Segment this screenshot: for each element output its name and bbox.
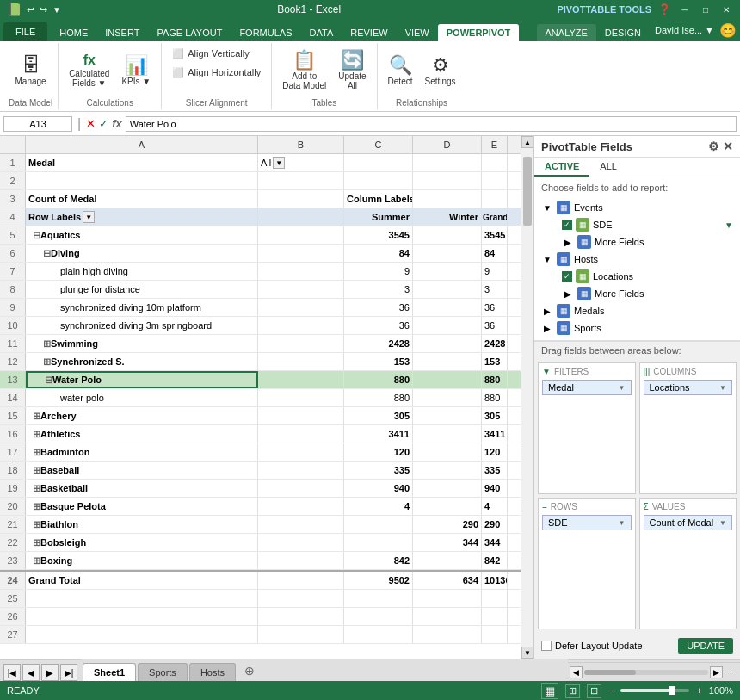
cell-14-d[interactable] bbox=[413, 389, 482, 406]
medals-expand-icon[interactable]: ▶ bbox=[541, 305, 553, 317]
field-item-more-hosts[interactable]: ▶ ▦ More Fields bbox=[541, 285, 733, 302]
tab-view[interactable]: VIEW bbox=[397, 24, 438, 41]
cell-12-d[interactable] bbox=[413, 353, 482, 370]
align-horizontally-button[interactable]: ⬜ Align Horizontally bbox=[167, 64, 266, 81]
table-row-grand-total[interactable]: 24 Grand Total 9502 634 10136 bbox=[0, 570, 521, 590]
cell-12-c[interactable]: 153 bbox=[344, 353, 413, 370]
table-row[interactable]: 20 ⊞ Basque Pelota 4 4 bbox=[0, 498, 521, 516]
tab-file[interactable]: FILE bbox=[3, 22, 47, 41]
cell-18-d[interactable] bbox=[413, 462, 482, 479]
table-row[interactable]: 4 Row Labels ▼ Summer Winter Grand Total bbox=[0, 208, 521, 226]
zoom-thumb[interactable] bbox=[669, 686, 675, 695]
table-row[interactable]: 27 bbox=[0, 626, 521, 644]
formula-input[interactable] bbox=[126, 116, 737, 132]
field-item-sde[interactable]: ✓ ▦ SDE ▼ bbox=[541, 216, 733, 233]
cell-14-b[interactable] bbox=[258, 389, 344, 406]
cell-6-d[interactable] bbox=[413, 245, 482, 262]
cell-20-b[interactable] bbox=[258, 498, 344, 515]
sheet-nav-next[interactable]: ▶ bbox=[41, 664, 59, 681]
cell-21-a[interactable]: ⊞ Biathlon bbox=[26, 516, 258, 533]
cell-7-a[interactable]: plain high diving bbox=[26, 263, 258, 280]
sde-checkbox[interactable]: ✓ bbox=[562, 220, 572, 230]
tab-home[interactable]: HOME bbox=[51, 24, 96, 41]
zoom-slider[interactable] bbox=[620, 689, 689, 692]
columns-chip-arrow[interactable]: ▼ bbox=[719, 384, 726, 392]
cell-25-d[interactable] bbox=[413, 590, 482, 607]
cell-1-a[interactable]: Medal bbox=[26, 154, 258, 171]
table-row[interactable]: 15 ⊞ Archery 305 305 bbox=[0, 407, 521, 425]
cell-26-a[interactable] bbox=[26, 608, 258, 625]
filters-chip-arrow[interactable]: ▼ bbox=[619, 384, 626, 392]
formula-bar-x-icon[interactable]: ✕ bbox=[86, 117, 96, 130]
cell-25-c[interactable] bbox=[344, 590, 413, 607]
update-all-button[interactable]: 🔄 UpdateAll bbox=[333, 46, 371, 95]
cell-5-d[interactable] bbox=[413, 226, 482, 244]
rows-chip-arrow[interactable]: ▼ bbox=[619, 519, 626, 527]
defer-checkbox[interactable] bbox=[541, 641, 552, 651]
cell-19-b[interactable] bbox=[258, 480, 344, 497]
tab-all[interactable]: ALL bbox=[589, 158, 627, 177]
cell-7-c[interactable]: 9 bbox=[344, 263, 413, 280]
cell-22-d[interactable]: 344 bbox=[413, 534, 482, 551]
page-layout-icon[interactable]: ⊞ bbox=[565, 684, 580, 698]
cell-4-a[interactable]: Row Labels ▼ bbox=[26, 208, 258, 226]
cell-4-d[interactable]: Winter bbox=[413, 208, 482, 226]
cell-20-c[interactable]: 4 bbox=[344, 498, 413, 515]
vertical-scrollbar[interactable]: ▲ ▼ bbox=[521, 136, 533, 659]
zoom-out-icon[interactable]: − bbox=[608, 685, 614, 696]
cell-4-c[interactable]: Summer bbox=[344, 208, 413, 226]
tab-page-layout[interactable]: PAGE LAYOUT bbox=[148, 24, 231, 41]
tab-hosts[interactable]: Hosts bbox=[189, 663, 236, 681]
cell-23-d[interactable] bbox=[413, 552, 482, 569]
table-row[interactable]: 10 synchronized diving 3m springboard 36… bbox=[0, 317, 521, 335]
table-row[interactable]: 19 ⊞ Basketball 940 940 bbox=[0, 480, 521, 498]
more-options-icon[interactable]: ⋯ bbox=[723, 667, 738, 677]
cell-13-a[interactable]: ⊟ Water Polo bbox=[26, 371, 258, 388]
values-chip-arrow[interactable]: ▼ bbox=[719, 519, 726, 527]
cell-25-a[interactable] bbox=[26, 590, 258, 607]
field-item-events[interactable]: ▼ ▦ Events bbox=[541, 199, 733, 216]
settings-button[interactable]: ⚙ Settings bbox=[419, 46, 460, 95]
cell-16-b[interactable] bbox=[258, 425, 344, 443]
cell-26-c[interactable] bbox=[344, 608, 413, 625]
pivot-close-icon[interactable]: ✕ bbox=[723, 139, 733, 153]
cell-5-a[interactable]: ⊟ Aquatics bbox=[26, 226, 258, 244]
page-break-icon[interactable]: ⊟ bbox=[587, 684, 601, 698]
values-chip-count[interactable]: Count of Medal ▼ bbox=[644, 515, 733, 530]
cell-27-d[interactable] bbox=[413, 626, 482, 643]
rows-area[interactable]: 1 Medal All ▼ 2 3 Count of Medal bbox=[0, 154, 521, 659]
cell-15-a[interactable]: ⊞ Archery bbox=[26, 407, 258, 424]
cell-27-b[interactable] bbox=[258, 626, 344, 643]
cell-2-b[interactable] bbox=[258, 172, 344, 189]
hscroll-track[interactable] bbox=[584, 670, 708, 675]
cell-13-c[interactable]: 880 bbox=[344, 371, 413, 388]
cell-19-d[interactable] bbox=[413, 480, 482, 497]
name-box[interactable] bbox=[3, 116, 72, 132]
manage-button[interactable]: 🗄 Manage bbox=[10, 46, 52, 95]
cell-9-c[interactable]: 36 bbox=[344, 299, 413, 316]
cell-11-b[interactable] bbox=[258, 335, 344, 352]
cell-23-c[interactable]: 842 bbox=[344, 552, 413, 569]
table-row[interactable]: 22 ⊞ Bobsleigh 344 344 bbox=[0, 534, 521, 552]
sheet-nav-first[interactable]: |◀ bbox=[3, 664, 21, 681]
cell-10-c[interactable]: 36 bbox=[344, 317, 413, 334]
cell-19-c[interactable]: 940 bbox=[344, 480, 413, 497]
field-item-more-events[interactable]: ▶ ▦ More Fields bbox=[541, 233, 733, 251]
cell-12-a[interactable]: ⊞ Synchronized S. bbox=[26, 353, 258, 370]
cell-2-c[interactable] bbox=[344, 172, 413, 189]
table-row[interactable]: 16 ⊞ Athletics 3411 3411 bbox=[0, 425, 521, 443]
locations-checkbox[interactable]: ✓ bbox=[562, 271, 572, 282]
pivot-settings-icon[interactable]: ⚙ bbox=[708, 139, 719, 153]
field-item-medals[interactable]: ▶ ▦ Medals bbox=[541, 302, 733, 319]
table-row[interactable]: 23 ⊞ Boxing 842 842 bbox=[0, 552, 521, 570]
cell-24-d[interactable]: 634 bbox=[413, 572, 482, 589]
cell-14-c[interactable]: 880 bbox=[344, 389, 413, 406]
cell-3-c[interactable]: Column Labels ▼ bbox=[344, 190, 413, 208]
add-sheet-button[interactable]: ⊕ bbox=[237, 660, 262, 681]
cell-10-d[interactable] bbox=[413, 317, 482, 334]
cell-16-a[interactable]: ⊞ Athletics bbox=[26, 425, 258, 443]
cell-7-b[interactable] bbox=[258, 263, 344, 280]
table-row[interactable]: 2 bbox=[0, 172, 521, 190]
tab-sports[interactable]: Sports bbox=[138, 663, 188, 681]
columns-chip-locations[interactable]: Locations ▼ bbox=[644, 380, 733, 395]
